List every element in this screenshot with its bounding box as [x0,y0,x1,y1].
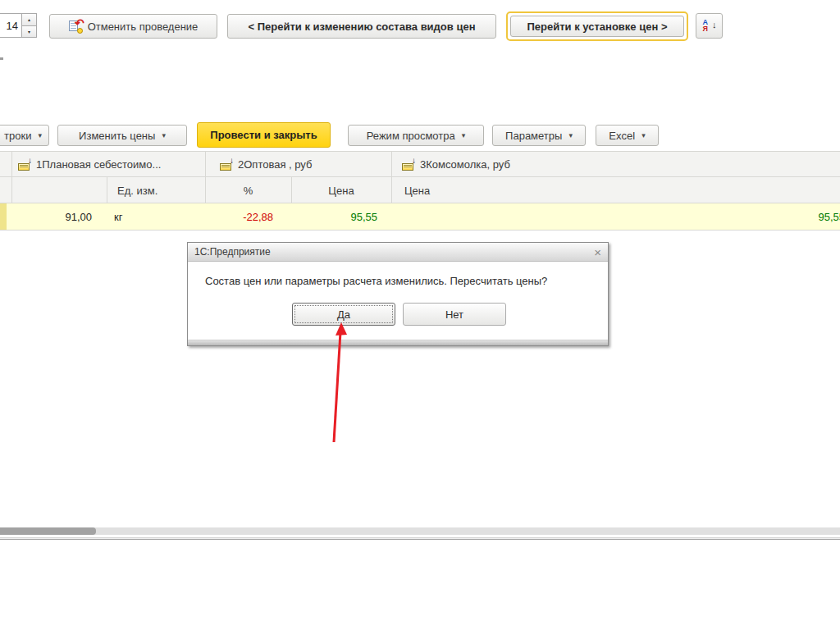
sort-button[interactable]: А Я ↓ [696,13,723,39]
cancel-posting-label: Отменить проведение [88,21,199,33]
view-mode-menu-button[interactable]: Режим просмотра ▾ [348,125,484,146]
no-button-label: Нет [445,308,463,321]
cell-cost[interactable]: 91,00 [12,203,107,230]
column-group-wholesale[interactable]: ↓ 2Оптовая , руб [205,152,391,177]
cell-value: 91,00 [65,211,92,223]
cell-price-komsomolka[interactable]: 95,55 [392,203,840,230]
column-header-percent[interactable]: % [205,177,291,203]
goto-set-prices-label: Перейти к установке цен > [527,21,668,33]
clipped-edge-mark [0,57,3,60]
horizontal-scrollbar[interactable] [0,527,840,535]
column-group-planned-cost[interactable]: ↓ 1Плановая себестоимо... [11,152,205,177]
cell-value: кг [114,211,122,223]
close-icon[interactable]: × [594,246,601,258]
parameters-label: Параметры [505,130,562,142]
no-button[interactable]: Нет [403,303,506,326]
cell-value: -22,88 [243,211,273,223]
dialog-bottom-frame [188,340,608,345]
price-type-icon: ↓ [220,159,233,171]
change-prices-label: Изменить цены [79,130,155,142]
goto-price-types-button[interactable]: < Перейти к изменению состава видов цен [227,14,496,39]
column-group-label: 2Оптовая , руб [238,158,312,171]
horizontal-scrollbar-thumb[interactable] [0,527,96,535]
yes-button-label: Да [337,308,350,321]
column-header-price-wholesale[interactable]: Цена [291,177,391,203]
column-header-price-komsomolka[interactable]: Цена [391,177,840,203]
column-group-label: 3Комсомолка, руб [420,158,510,171]
spinner-down-icon[interactable]: ▾ [22,26,37,39]
excel-label: Excel [609,130,635,142]
post-and-close-button[interactable]: Провести и закрыть [197,122,331,148]
app-window: 14 ▴ ▾ ↶ Отменить проведение < Перейти к… [0,0,840,630]
view-mode-label: Режим просмотра [367,130,455,142]
rows-menu-button[interactable]: троки ▾ [0,125,49,146]
goto-price-types-label: < Перейти к изменению состава видов цен [249,21,476,33]
confirmation-dialog: 1С:Предприятие × Состав цен или параметр… [187,242,609,346]
chevron-down-icon: ▾ [462,131,466,139]
column-header-label: Ед. изм. [117,185,158,197]
chevron-down-icon: ▾ [641,131,646,139]
excel-menu-button[interactable]: Excel ▾ [596,125,659,146]
goto-set-prices-button[interactable]: Перейти к установке цен > [510,16,684,37]
column-group-label: 1Плановая себестоимо... [36,158,161,171]
price-type-icon: ↓ [402,159,415,171]
parameters-menu-button[interactable]: Параметры ▾ [492,125,586,146]
price-type-icon: ↓ [18,159,31,171]
spinner-up-icon[interactable]: ▴ [22,13,37,26]
sort-az-icon: А Я ↓ [703,19,716,34]
cancel-posting-button[interactable]: ↶ Отменить проведение [49,14,217,39]
rows-menu-label: троки [4,130,31,142]
dialog-title: 1С:Предприятие [194,246,271,258]
dialog-message: Состав цен или параметры расчета изменил… [205,275,598,287]
column-header-label: Цена [328,185,354,197]
cell-percent[interactable]: -22,88 [206,203,291,230]
bottom-separator [0,537,840,540]
change-prices-menu-button[interactable]: Изменить цены ▾ [57,125,187,146]
cancel-posting-icon: ↶ [69,20,83,33]
cell-value: 95,55 [350,211,377,223]
row-counter-value[interactable]: 14 [0,13,22,38]
dialog-titlebar[interactable]: 1С:Предприятие × [188,243,608,262]
column-header-label: % [244,185,253,197]
cell-value: 95,55 [818,211,840,223]
row-selection-marker [0,203,7,230]
goto-set-prices-outline: Перейти к установке цен > [506,11,688,41]
post-and-close-label: Провести и закрыть [210,129,317,141]
row-counter-spinbox[interactable]: 14 ▴ ▾ [0,13,37,38]
chevron-down-icon: ▾ [568,131,573,139]
yes-button[interactable]: Да [292,303,395,326]
column-group-komsomolka[interactable]: ↓ 3Комсомолка, руб [391,152,840,177]
cell-price-wholesale[interactable]: 95,55 [292,203,391,230]
cell-unit[interactable]: кг [107,203,204,230]
chevron-down-icon: ▾ [162,131,166,139]
column-header-unit[interactable]: Ед. изм. [107,177,205,203]
chevron-down-icon: ▾ [38,131,42,139]
column-header-label: Цена [404,185,430,197]
